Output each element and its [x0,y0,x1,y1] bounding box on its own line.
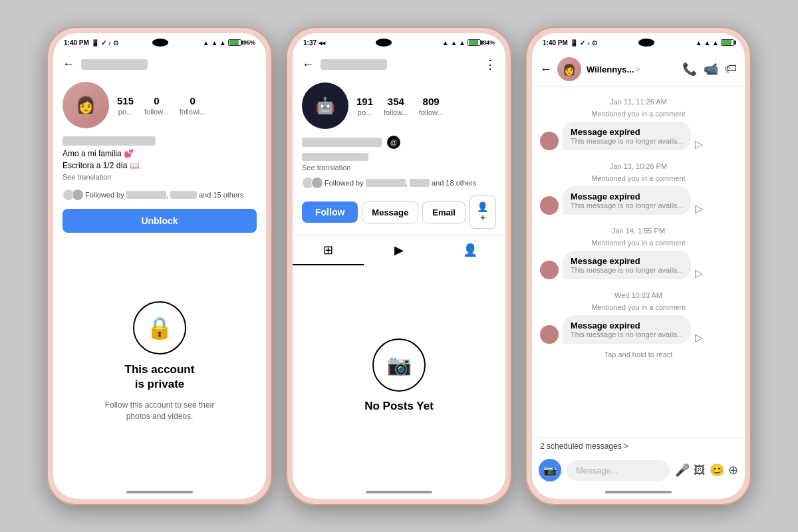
no-posts-title: No Posts Yet [364,400,434,413]
username-blur-2 [321,59,387,70]
chat-actions: 📞 📹 🏷 [682,62,737,76]
private-section: 🔒 This account is private Follow this ac… [53,238,266,485]
message-input[interactable]: Message... [567,460,670,481]
add-icon[interactable]: ⊕ [728,463,738,477]
more-options-2[interactable]: ⋮ [484,57,496,72]
status-bar-3: 1:40 PM 📱 ✓ ♪ ⊙ ▲ ▲ ▲ [532,33,745,52]
home-indicator-1 [53,485,266,499]
message-bubble-4: Message expired This message is no longe… [563,315,691,344]
followed-avatars-2 [302,177,321,189]
camera-notch-3 [638,39,654,47]
date-2: Jan 13, 10:26 PM [540,162,737,170]
no-posts-section: 📷 No Posts Yet [293,265,505,485]
messenger-header: ← 👩 Willennys... > 📞 📹 🏷 [532,52,745,87]
send-icon-3: ▷ [695,267,703,279]
lock-icon: 🔒 [133,301,186,354]
chat-area: Jan 11, 11:26 AM Mentioned you in a comm… [532,87,745,437]
voice-call-icon[interactable]: 📞 [682,62,697,76]
threads-icon-2: @ [387,136,400,149]
phone-1: 1:40 PM 📱 ✓ ♪ ⊙ ▲ ▲ ▲ 95% ← 👩 515 [47,27,273,505]
message-bubble-2: Message expired This message is no longe… [563,186,691,215]
message-button[interactable]: Message [362,201,418,223]
photo-icon[interactable]: 🖼 [694,464,706,477]
tab-tagged[interactable]: 👤 [434,236,505,265]
stat-following-1: 0 followi... [180,95,206,116]
message-row-3: Message expired This message is no longe… [540,251,737,279]
label-icon[interactable]: 🏷 [725,62,737,76]
stat-followers-1: 0 follow... [144,95,169,116]
message-row-2: Message expired This message is no longe… [540,186,737,215]
message-row-1: Message expired This message is no longe… [540,122,737,150]
status-icons-1: ▲ ▲ ▲ 95% [203,39,255,47]
stat-posts-2: 191 po... [356,96,373,116]
chat-avatar-1 [540,132,559,150]
avatar-2: 🤖 [302,82,348,129]
input-icons: 🎤 🖼 😊 ⊕ [675,463,738,477]
chat-avatar-4 [540,325,559,344]
phone-2: 1:37 ◂◂ ▲ ▲ ▲ 84% ← ⋮ 🤖 191 p [286,27,512,505]
profile-name-section-2: @ [293,134,505,150]
chat-name: Willennys... [587,65,634,74]
input-row: 📷 Message... 🎤 🖼 😊 ⊕ [532,455,745,485]
bio-section-2: See translation [293,150,505,174]
email-button[interactable]: Email [422,201,466,223]
profile-section-1: 👩 515 po... 0 follow... 0 followi... [53,76,266,134]
add-person-button[interactable]: 👤+ [469,196,496,229]
tab-grid[interactable]: ⊞ [293,236,364,265]
bio-blur-2 [302,153,368,161]
date-1: Jan 11, 11:26 AM [540,98,737,106]
tap-hold-label: Tap and hold to react [540,350,737,358]
mention-4: Mentioned you in a comment [540,303,737,311]
stat-followers-2: 354 follow... [384,96,408,116]
camera-icon: 📷 [372,338,426,392]
home-indicator-3 [532,485,745,499]
see-translation-2[interactable]: See translation [302,164,496,172]
camera-button[interactable]: 📷 [539,459,561,481]
bio-section-1: Amo a mi familia 💕 Escritora a 1/2 día 📖… [53,134,266,186]
message-bubble-1: Message expired This message is no longe… [563,122,691,150]
mention-3: Mentioned you in a comment [540,239,737,247]
scheduled-bar[interactable]: 2 scheduled messages > [532,437,745,455]
status-bar-2: 1:37 ◂◂ ▲ ▲ ▲ 84% [293,33,505,52]
unblock-button[interactable]: Unblock [63,209,257,233]
status-bar-1: 1:40 PM 📱 ✓ ♪ ⊙ ▲ ▲ ▲ 95% [53,33,266,52]
phone-2-screen: 1:37 ◂◂ ▲ ▲ ▲ 84% ← ⋮ 🤖 191 p [293,33,505,499]
mention-2: Mentioned you in a comment [540,174,737,182]
message-row-4: Message expired This message is no longe… [540,315,737,344]
see-translation-1[interactable]: See translation [63,173,257,181]
back-arrow-2[interactable]: ← [302,58,314,72]
sticker-icon[interactable]: 😊 [710,463,724,477]
message-bubble-3: Message expired This message is no longe… [563,251,691,279]
followed-by-2: Followed by , and 18 others [293,174,505,192]
phone-1-screen: 1:40 PM 📱 ✓ ♪ ⊙ ▲ ▲ ▲ 95% ← 👩 515 [53,33,266,499]
send-icon-2: ▷ [695,202,703,215]
send-icon-1: ▷ [695,138,703,150]
tabs-row: ⊞ ▶ 👤 [293,235,505,265]
bio-line-1: Amo a mi familia 💕 [63,148,257,160]
back-arrow-3[interactable]: ← [540,63,552,76]
tab-video[interactable]: ▶ [364,236,435,265]
home-indicator-2 [293,485,505,499]
nav-bar-1: ← [53,52,266,76]
microphone-icon[interactable]: 🎤 [675,463,690,477]
follow-button[interactable]: Follow [302,201,358,223]
private-title: This account is private [125,362,195,392]
followed-avatars-1 [63,189,81,201]
avatar-1: 👩 [63,82,109,128]
back-arrow-1[interactable]: ← [63,57,74,71]
followed-by-1: Followed by , and 15 others [53,186,266,203]
bio-line-2: Escritora a 1/2 día 📖 [63,160,257,172]
nav-bar-2: ← ⋮ [293,52,505,77]
camera-notch-1 [152,39,168,47]
bio-blur-1 [63,136,156,146]
camera-notch-2 [376,39,392,47]
private-subtitle: Follow this account to see their photos … [93,400,226,422]
status-time-1: 1:40 PM 📱 ✓ ♪ ⊙ [64,39,118,47]
action-buttons-row: Follow Message Email 👤+ [293,192,505,233]
stats-row-1: 515 po... 0 follow... 0 followi... [117,95,257,116]
phone-3: 1:40 PM 📱 ✓ ♪ ⊙ ▲ ▲ ▲ ← 👩 Willennys... > [525,27,751,505]
mention-1: Mentioned you in a comment [540,110,737,118]
video-call-icon[interactable]: 📹 [704,62,718,76]
stat-following-2: 809 follow... [419,96,444,116]
send-icon-4: ▷ [695,331,703,344]
